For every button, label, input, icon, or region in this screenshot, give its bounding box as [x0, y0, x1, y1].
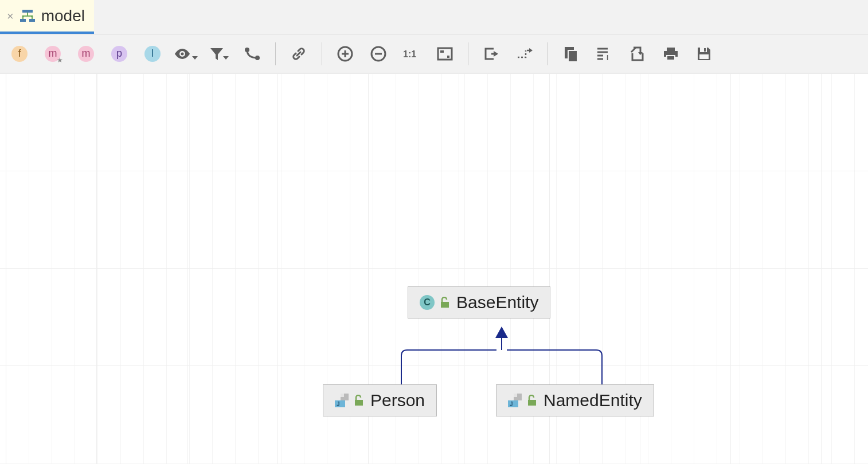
svg-rect-12 [447, 56, 449, 58]
svg-rect-30 [528, 400, 536, 406]
edge-style-button[interactable] [236, 38, 268, 70]
svg-rect-22 [441, 302, 449, 308]
class-name: BaseEntity [456, 293, 538, 312]
snippet-button[interactable]: I [588, 38, 620, 70]
svg-rect-19 [700, 48, 707, 52]
svg-text:J: J [510, 401, 513, 407]
class-icon: C [420, 295, 435, 310]
toolbar-separator [548, 42, 548, 65]
unlock-icon [440, 297, 451, 308]
class-node-namedentity[interactable]: J NamedEntity [496, 384, 654, 416]
tab-bar: × model [0, 0, 868, 34]
layout-button[interactable] [475, 38, 507, 70]
toolbar-separator [275, 42, 276, 65]
class-node-baseentity[interactable]: C BaseEntity [408, 286, 550, 318]
svg-rect-2 [29, 19, 35, 22]
class-name: NamedEntity [544, 391, 642, 410]
close-icon[interactable]: × [7, 10, 14, 22]
class-node-person[interactable]: J Person [323, 384, 437, 416]
svg-rect-18 [667, 56, 675, 60]
methods-starred-button[interactable]: m [37, 38, 69, 70]
diagram-tab-icon [19, 8, 36, 24]
jpa-entity-icon: J [508, 394, 522, 407]
tab-label: model [41, 7, 85, 25]
print-button[interactable] [655, 38, 687, 70]
svg-rect-10 [438, 48, 452, 60]
export-button[interactable] [621, 38, 654, 70]
svg-text:1:1: 1:1 [403, 49, 416, 59]
zoom-in-button[interactable] [329, 38, 361, 70]
svg-point-4 [181, 52, 184, 55]
unlock-icon [527, 395, 538, 406]
copy-button[interactable] [555, 38, 587, 70]
zoom-out-button[interactable] [362, 38, 394, 70]
toolbar: f m m p I 1:1 [0, 34, 868, 73]
tab-model[interactable]: × model [0, 0, 94, 34]
svg-rect-0 [22, 10, 33, 13]
svg-text:J: J [337, 401, 340, 407]
inner-classes-button[interactable]: I [136, 38, 169, 70]
fit-content-button[interactable] [429, 38, 461, 70]
toolbar-separator [468, 42, 468, 65]
class-name: Person [370, 391, 425, 410]
methods-button[interactable]: m [70, 38, 102, 70]
properties-button[interactable]: p [103, 38, 135, 70]
toolbar-separator [322, 42, 322, 65]
filter-button[interactable] [203, 38, 235, 70]
svg-point-6 [255, 56, 260, 60]
svg-rect-16 [667, 48, 675, 51]
jpa-entity-icon: J [335, 394, 349, 407]
diagram-canvas[interactable]: C BaseEntity J Person J NamedEntity [0, 73, 868, 464]
svg-text:I: I [607, 54, 608, 61]
visibility-button[interactable] [170, 38, 202, 70]
save-button[interactable] [688, 38, 720, 70]
link-button[interactable] [283, 38, 315, 70]
svg-rect-14 [568, 50, 577, 62]
svg-rect-20 [704, 48, 706, 52]
route-button[interactable] [509, 38, 541, 70]
svg-rect-21 [699, 54, 709, 59]
svg-rect-26 [355, 400, 363, 406]
svg-rect-11 [440, 50, 444, 53]
zoom-actual-button[interactable]: 1:1 [396, 38, 428, 70]
fields-button[interactable]: f [3, 38, 36, 70]
svg-rect-1 [20, 19, 26, 22]
unlock-icon [354, 395, 365, 406]
